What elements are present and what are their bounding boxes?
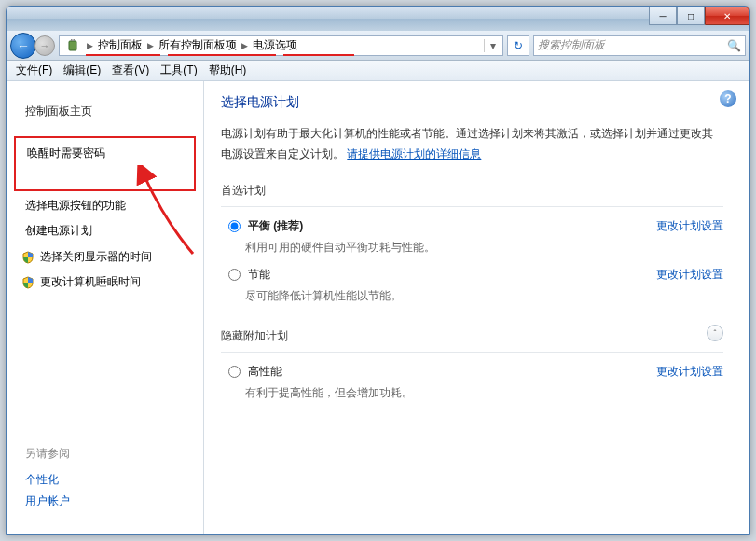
see-also-personalization[interactable]: 个性化 [25, 469, 185, 491]
maximize-button[interactable]: □ [677, 7, 705, 25]
menu-view[interactable]: 查看(V) [106, 61, 155, 80]
breadcrumb-item[interactable]: 电源选项 [251, 37, 299, 53]
address-bar: ← → ▶ 控制面板 ▶ 所有控制面板项 ▶ 电源选项 ▾ ↻ 搜索控制面板 🔍 [7, 31, 749, 61]
plan-power-saver: 节能 更改计划设置 [221, 263, 723, 286]
menu-file[interactable]: 文件(F) [10, 61, 58, 80]
help-icon[interactable]: ? [720, 90, 736, 107]
refresh-button[interactable]: ↻ [507, 35, 529, 56]
hidden-plans-header: 隐藏附加计划 ˆ [221, 328, 723, 344]
search-icon: 🔍 [727, 39, 741, 52]
address-field[interactable]: ▶ 控制面板 ▶ 所有控制面板项 ▶ 电源选项 ▾ [59, 35, 503, 56]
shield-icon [21, 276, 34, 289]
main-panel: ? 选择电源计划 电源计划有助于最大化计算机的性能或者节能。通过选择计划来将其激… [204, 81, 749, 534]
sidebar-item-password[interactable]: 唤醒时需要密码 [14, 136, 196, 191]
shield-icon [21, 251, 34, 264]
plan-high-performance: 高性能 更改计划设置 [221, 360, 723, 383]
search-placeholder: 搜索控制面板 [538, 37, 605, 53]
breadcrumb-item[interactable]: 所有控制面板项 [157, 37, 239, 53]
see-also-header: 另请参阅 [25, 446, 185, 462]
sidebar-home[interactable]: 控制面板主页 [14, 100, 196, 123]
change-plan-link[interactable]: 更改计划设置 [656, 218, 723, 234]
plan-label[interactable]: 平衡 (推荐) [248, 218, 303, 234]
chevron-right-icon: ▶ [239, 41, 251, 50]
sidebar-item-sleep-time[interactable]: 更改计算机睡眠时间 [14, 270, 196, 294]
annotation-underline [283, 54, 354, 56]
plan-description: 尽可能降低计算机性能以节能。 [245, 286, 723, 312]
collapse-button[interactable]: ˆ [707, 325, 723, 341]
minimize-button[interactable]: ─ [649, 7, 677, 25]
menu-help[interactable]: 帮助(H) [203, 61, 253, 80]
back-button[interactable]: ← [10, 33, 36, 59]
change-plan-link[interactable]: 更改计划设置 [656, 364, 723, 380]
plan-label[interactable]: 节能 [248, 267, 270, 283]
sidebar-item-create-plan[interactable]: 创建电源计划 [14, 218, 196, 243]
plan-label[interactable]: 高性能 [248, 364, 282, 380]
annotation-underline [168, 54, 276, 56]
sidebar-item-display-off[interactable]: 选择关闭显示器的时间 [14, 245, 196, 269]
plan-description: 有利于提高性能，但会增加功耗。 [245, 383, 723, 409]
chevron-right-icon: ▶ [144, 41, 157, 50]
see-also-user-accounts[interactable]: 用户帐户 [25, 491, 185, 512]
page-description: 电源计划有助于最大化计算机的性能或者节能。通过选择计划来将其激活，或选择计划并通… [221, 124, 723, 164]
change-plan-link[interactable]: 更改计划设置 [656, 267, 723, 283]
page-title: 选择电源计划 [221, 94, 723, 111]
sidebar-footer: 另请参阅 个性化 用户帐户 [14, 446, 196, 527]
sidebar: 控制面板主页 唤醒时需要密码 选择电源按钮的功能 创建电源计划 选择关闭显示器的… [7, 81, 204, 534]
chevron-right-icon: ▶ [84, 41, 96, 50]
plan-balanced-radio[interactable] [228, 220, 241, 232]
plan-high-radio[interactable] [228, 366, 241, 378]
search-input[interactable]: 搜索控制面板 🔍 [533, 35, 746, 56]
control-panel-window: ─ □ ✕ ← → ▶ 控制面板 ▶ 所有控制面板项 ▶ 电源选项 ▾ ↻ 搜索… [6, 6, 750, 535]
plan-description: 利用可用的硬件自动平衡功耗与性能。 [245, 238, 723, 263]
details-link[interactable]: 请提供电源计划的详细信息 [347, 147, 481, 160]
preferred-plans: 平衡 (推荐) 更改计划设置 利用可用的硬件自动平衡功耗与性能。 节能 更改计划… [221, 206, 723, 312]
close-button[interactable]: ✕ [705, 7, 749, 25]
preferred-plans-header: 首选计划 [221, 183, 723, 199]
menu-tools[interactable]: 工具(T) [155, 61, 202, 80]
svg-rect-0 [69, 41, 76, 50]
menubar: 文件(F) 编辑(E) 查看(V) 工具(T) 帮助(H) [7, 61, 749, 81]
sidebar-item-label: 更改计算机睡眠时间 [40, 274, 141, 290]
forward-button[interactable]: → [34, 35, 55, 56]
window-controls: ─ □ ✕ [649, 7, 749, 25]
titlebar: ─ □ ✕ [7, 7, 749, 31]
annotation-underline [86, 54, 160, 56]
svg-rect-2 [74, 39, 76, 41]
nav-buttons: ← → [10, 33, 55, 59]
hidden-plans: 高性能 更改计划设置 有利于提高性能，但会增加功耗。 [221, 352, 723, 409]
content-area: 控制面板主页 唤醒时需要密码 选择电源按钮的功能 创建电源计划 选择关闭显示器的… [7, 81, 749, 534]
plan-save-radio[interactable] [228, 269, 241, 281]
sidebar-item-label: 选择关闭显示器的时间 [40, 249, 152, 265]
sidebar-item-power-button[interactable]: 选择电源按钮的功能 [14, 193, 196, 218]
address-dropdown[interactable]: ▾ [484, 39, 501, 52]
menu-edit[interactable]: 编辑(E) [58, 61, 106, 80]
breadcrumb-item[interactable]: 控制面板 [96, 37, 144, 53]
plan-balanced: 平衡 (推荐) 更改计划设置 [221, 215, 723, 238]
svg-rect-1 [71, 39, 73, 41]
power-options-icon [65, 38, 80, 53]
